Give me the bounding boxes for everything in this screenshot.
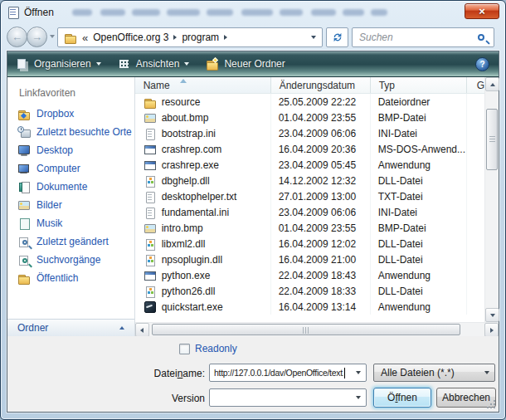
views-button[interactable]: Ansichten xyxy=(109,51,198,76)
sidebar-item-suchvorg-nge[interactable]: Suchvorgänge xyxy=(7,251,134,269)
titlebar[interactable]: Öffnen × xyxy=(1,1,505,24)
file-date-cell: 16.04.2009 20:36 xyxy=(271,141,371,157)
scroll-right-button[interactable] xyxy=(484,323,499,337)
refresh-button[interactable] xyxy=(326,27,348,47)
filetype-dropdown-button[interactable] xyxy=(480,365,494,380)
pictures-icon xyxy=(17,198,31,212)
file-name-cell[interactable]: about.bmp xyxy=(135,110,271,125)
readonly-label[interactable]: Readonly xyxy=(195,343,237,354)
filename-input[interactable]: http://127.0.0.1/dav/OpenOffice/text.odt xyxy=(209,364,367,382)
forward-button[interactable]: → xyxy=(27,27,47,47)
column-header-type[interactable]: Typ xyxy=(371,77,467,93)
file-name-cell[interactable]: resource xyxy=(135,94,271,110)
sidebar-item-bilder[interactable]: Bilder xyxy=(7,196,134,214)
file-type-cell: BMP-Datei xyxy=(371,110,467,125)
folder-icon xyxy=(64,31,77,44)
file-row-fundamental-ini[interactable]: fundamental.ini23.04.2009 06:06INI-Datei xyxy=(135,204,484,220)
breadcrumb-item-openoffice[interactable]: OpenOffice.org 3 xyxy=(93,32,168,43)
help-button[interactable] xyxy=(467,51,499,76)
file-name-cell[interactable]: crashrep.com xyxy=(135,141,271,157)
sidebar: Linkfavoriten DropboxZuletzt besuchte Or… xyxy=(7,77,135,336)
file-name-cell[interactable]: crashrep.exe xyxy=(135,157,271,173)
file-row-dbghelp-dll[interactable]: dbghelp.dll14.12.2002 12:32DLL-Datei xyxy=(135,173,484,188)
file-row-about-bmp[interactable]: about.bmp01.04.2009 23:55BMP-Datei xyxy=(135,110,484,125)
sidebar-item-zuletzt-ge-ndert[interactable]: Zuletzt geändert xyxy=(7,232,134,251)
back-button[interactable]: ← xyxy=(7,27,27,47)
breadcrumb[interactable]: « OpenOffice.org 3 program xyxy=(57,27,323,47)
search-input[interactable]: Suchen xyxy=(352,27,494,47)
file-size-cell xyxy=(467,94,484,110)
file-rows: resource25.05.2009 22:22Dateiordnerabout… xyxy=(135,94,484,322)
sidebar-item-dropbox[interactable]: Dropbox xyxy=(7,105,134,123)
open-button[interactable]: Öffnen xyxy=(373,388,431,408)
sidebar-item-desktop[interactable]: Desktop xyxy=(7,141,134,159)
file-name-cell[interactable]: npsoplugin.dll xyxy=(135,252,271,267)
file-row-quickstart-exe[interactable]: quickstart.exe16.04.2009 13:14Anwendung xyxy=(135,299,484,315)
column-header-date[interactable]: Änderungsdatum xyxy=(271,77,371,93)
version-select[interactable] xyxy=(209,388,367,407)
new-folder-button[interactable]: Neuer Ordner xyxy=(197,51,293,76)
file-size-cell xyxy=(467,173,484,188)
history-dropdown-icon[interactable] xyxy=(50,35,55,38)
vertical-scrollbar[interactable] xyxy=(484,77,499,322)
file-row-desktophelper-txt[interactable]: desktophelper.txt27.01.2009 13:00TXT-Dat… xyxy=(135,188,484,204)
file-name-cell[interactable]: intro.bmp xyxy=(135,220,271,236)
version-dropdown-button[interactable] xyxy=(352,390,365,405)
breadcrumb-item-program[interactable]: program xyxy=(182,32,219,43)
file-row-crashrep-exe[interactable]: crashrep.exe23.04.2009 05:45Anwendung xyxy=(135,157,484,173)
chevron-right-icon[interactable] xyxy=(173,35,177,40)
scroll-down-button[interactable] xyxy=(485,308,499,322)
resize-grip[interactable] xyxy=(487,400,496,409)
file-name-cell[interactable]: bootstrap.ini xyxy=(135,125,271,141)
file-size-cell xyxy=(467,283,484,299)
file-name-cell[interactable]: quickstart.exe xyxy=(135,299,271,315)
file-row-bootstrap-ini[interactable]: bootstrap.ini23.04.2009 06:06INI-Datei xyxy=(135,125,484,141)
file-name-cell[interactable]: fundamental.ini xyxy=(135,204,271,220)
file-name: crashrep.exe xyxy=(162,159,219,171)
sidebar-item-label: Öffentlich xyxy=(36,272,78,284)
sidebar-item-dokumente[interactable]: Dokumente xyxy=(7,178,134,196)
file-name-cell[interactable]: python.exe xyxy=(135,267,271,283)
sidebar-item-musik[interactable]: Musik xyxy=(7,214,134,232)
file-date-cell: 16.04.2009 21:00 xyxy=(271,252,371,267)
file-name-cell[interactable]: desktophelper.txt xyxy=(135,188,271,204)
sidebar-item-ffentlich[interactable]: Öffentlich xyxy=(7,269,134,287)
search-icon[interactable] xyxy=(478,34,484,41)
text-icon xyxy=(144,206,157,219)
organize-label: Organisieren xyxy=(34,58,91,70)
horizontal-scrollbar[interactable] xyxy=(135,322,499,336)
close-button[interactable]: × xyxy=(465,3,499,19)
scroll-left-button[interactable] xyxy=(135,323,149,337)
pictures-icon xyxy=(144,111,157,125)
breadcrumb-dropdown-icon[interactable] xyxy=(311,36,316,39)
column-header-size[interactable]: G xyxy=(467,77,484,93)
search-placeholder: Suchen xyxy=(359,32,478,43)
file-row-npsoplugin-dll[interactable]: npsoplugin.dll16.04.2009 21:00DLL-Datei xyxy=(135,252,484,267)
file-name-cell[interactable]: python26.dll xyxy=(135,283,271,299)
vertical-scroll-thumb[interactable] xyxy=(486,109,498,170)
file-row-python26-dll[interactable]: python26.dll22.04.2009 18:33DLL-Datei xyxy=(135,283,484,299)
file-row-intro-bmp[interactable]: intro.bmp01.04.2009 23:55BMP-Datei xyxy=(135,220,484,236)
folders-expander[interactable]: Ordner xyxy=(7,319,134,336)
breadcrumb-overflow[interactable]: « xyxy=(82,32,88,44)
file-row-resource[interactable]: resource25.05.2009 22:22Dateiordner xyxy=(135,94,484,110)
filetype-select[interactable]: Alle Dateien (*.*) xyxy=(373,364,495,382)
chevron-right-icon[interactable] xyxy=(224,35,227,40)
sidebar-item-computer[interactable]: Computer xyxy=(7,159,134,178)
sidebar-item-label: Zuletzt besuchte Orte xyxy=(36,126,132,138)
file-row-python-exe[interactable]: python.exe22.04.2009 18:43Anwendung xyxy=(135,267,484,283)
sidebar-item-zuletzt-besuchte-orte[interactable]: Zuletzt besuchte Orte xyxy=(7,123,134,141)
filename-dropdown-button[interactable] xyxy=(352,365,365,380)
column-label: Name xyxy=(144,80,170,91)
file-row-libxml2-dll[interactable]: libxml2.dll16.04.2009 12:02DLL-Datei xyxy=(135,236,484,252)
pictures-icon xyxy=(144,222,157,235)
scroll-up-button[interactable] xyxy=(485,77,499,91)
readonly-checkbox[interactable] xyxy=(179,344,190,354)
horizontal-scroll-thumb[interactable] xyxy=(152,324,460,335)
file-date-cell: 14.12.2002 12:32 xyxy=(271,173,371,188)
file-name-cell[interactable]: libxml2.dll xyxy=(135,236,271,252)
column-header-name[interactable]: Name xyxy=(135,77,271,93)
organize-button[interactable]: Organisieren xyxy=(7,51,109,76)
file-name-cell[interactable]: dbghelp.dll xyxy=(135,173,271,188)
file-row-crashrep-com[interactable]: crashrep.com16.04.2009 20:36MS-DOS-Anwen… xyxy=(135,141,484,157)
